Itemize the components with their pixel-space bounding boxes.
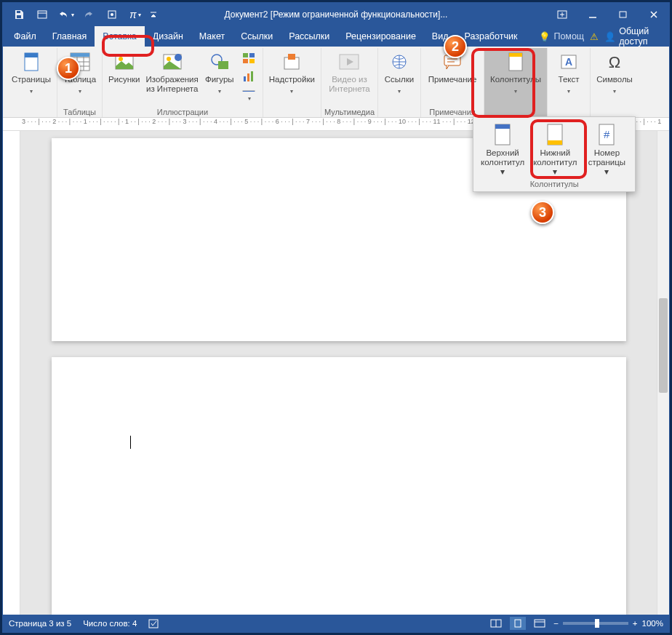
svg-point-14	[167, 57, 171, 61]
window-title: Документ2 [Режим ограниченной функционал…	[225, 9, 448, 20]
svg-rect-22	[244, 76, 246, 81]
footer-doc-icon	[544, 122, 566, 147]
svg-rect-18	[243, 53, 248, 57]
svg-rect-23	[247, 73, 249, 81]
tab-references[interactable]: Ссылки	[233, 26, 281, 47]
zoom-out-button[interactable]: −	[553, 619, 559, 628]
tab-developer[interactable]: Разработчик	[456, 26, 539, 47]
tab-layout[interactable]: Макет	[191, 26, 233, 47]
qat-btn5[interactable]	[100, 4, 124, 25]
zoom-slider-knob[interactable]	[595, 619, 599, 628]
pages-button[interactable]: Страницы▾	[9, 48, 54, 103]
text-cursor	[130, 436, 131, 449]
svg-point-4	[111, 13, 113, 16]
vertical-ruler[interactable]	[3, 131, 20, 615]
qat-btn2[interactable]	[31, 4, 54, 25]
chart-button[interactable]	[238, 69, 260, 87]
svg-rect-19	[249, 53, 255, 57]
addins-icon	[280, 50, 303, 73]
shapes-icon	[208, 50, 231, 73]
footer-option[interactable]: Нижний колонтитул▾	[529, 120, 581, 179]
save-icon[interactable]	[7, 4, 31, 25]
svg-rect-26	[243, 91, 255, 92]
screenshot-icon	[242, 89, 255, 92]
tab-design[interactable]: Дизайн	[145, 26, 191, 47]
minimize-button[interactable]	[577, 3, 608, 26]
word-count[interactable]: Число слов: 4	[83, 619, 137, 628]
page-status[interactable]: Страница 3 из 5	[9, 619, 71, 628]
svg-rect-8	[25, 53, 38, 57]
web-layout-button[interactable]	[532, 617, 548, 630]
print-layout-button[interactable]	[510, 617, 526, 630]
chart-icon	[242, 71, 255, 82]
symbols-button[interactable]: ΩСимволы▾	[593, 48, 636, 103]
pictures-icon	[113, 50, 136, 73]
header-option[interactable]: Верхний колонтитул▾	[476, 120, 529, 179]
tab-insert[interactable]: Вставка	[95, 26, 144, 47]
links-button[interactable]: Ссылки▾	[381, 48, 417, 103]
svg-text:#: #	[604, 128, 610, 140]
text-button[interactable]: AТекст▾	[551, 48, 587, 103]
page[interactable]	[52, 357, 626, 615]
smartart-button[interactable]	[238, 51, 260, 68]
video-icon	[337, 50, 361, 73]
maximize-button[interactable]	[608, 3, 639, 26]
svg-rect-10	[71, 53, 89, 57]
undo-icon[interactable]: ▾	[54, 4, 77, 25]
header-doc-icon	[492, 122, 513, 147]
qat-more[interactable]	[147, 4, 160, 25]
svg-rect-38	[515, 620, 521, 627]
pictures-button[interactable]: Рисунки	[105, 48, 143, 103]
svg-rect-2	[38, 11, 47, 18]
tab-home[interactable]: Главная	[44, 26, 95, 47]
tell-me[interactable]: 💡Помощ	[539, 31, 584, 42]
proofing-icon[interactable]	[148, 618, 160, 628]
svg-rect-21	[249, 59, 255, 63]
share-button[interactable]: 👤Общий доступ	[604, 26, 660, 47]
svg-rect-6	[620, 12, 626, 17]
scrollbar-thumb[interactable]	[659, 298, 668, 393]
svg-rect-28	[288, 54, 295, 60]
svg-point-12	[119, 57, 123, 61]
callout-3: 3	[531, 201, 554, 224]
close-button[interactable]	[639, 3, 669, 26]
read-mode-button[interactable]	[488, 617, 504, 630]
zoom-slider[interactable]	[563, 622, 628, 625]
screenshot-button[interactable]: ▾	[238, 87, 260, 105]
tab-file[interactable]: Файл	[6, 26, 44, 47]
headers-footers-dropdown: Верхний колонтитул▾ Нижний колонтитул▾ #…	[473, 116, 636, 192]
shapes-button[interactable]: Фигуры▾	[201, 48, 238, 103]
person-icon: 👤	[604, 31, 616, 42]
ribbon-options-icon[interactable]	[547, 3, 577, 26]
svg-text:A: A	[565, 56, 572, 68]
document-scroll[interactable]	[20, 131, 657, 615]
svg-rect-43	[548, 140, 562, 145]
ribbon: Страницы▾ Таблица▾ Таблицы Рисунки Изобр…	[3, 47, 669, 118]
textbox-icon: A	[557, 50, 580, 73]
headers-footers-button[interactable]: Колонтитулы▾	[487, 48, 544, 103]
equation-icon[interactable]: π▾	[124, 4, 147, 25]
menu-bar: Файл Главная Вставка Дизайн Макет Ссылки…	[3, 26, 669, 47]
svg-rect-36	[149, 620, 158, 628]
video-button: Видео из Интернета	[326, 48, 372, 103]
callout-1: 1	[57, 57, 80, 80]
omega-icon: Ω	[603, 50, 626, 73]
warning-icon[interactable]: ⚠	[590, 31, 599, 42]
svg-rect-41	[495, 124, 510, 129]
svg-rect-39	[535, 620, 545, 627]
tab-mailings[interactable]: Рассылки	[281, 26, 337, 47]
dropdown-group-label: Колонтитулы	[476, 179, 632, 188]
zoom-in-button[interactable]: +	[633, 619, 638, 628]
online-pictures-button[interactable]: Изображения из Интернета	[143, 48, 201, 103]
callout-2: 2	[444, 35, 467, 58]
zoom-level[interactable]: 100%	[642, 619, 663, 628]
svg-rect-0	[17, 11, 20, 13]
vertical-scrollbar[interactable]	[657, 131, 669, 615]
svg-point-15	[175, 54, 182, 61]
document-area	[3, 131, 669, 615]
page-number-option[interactable]: #Номер страницы▾	[581, 120, 632, 179]
tab-review[interactable]: Рецензирование	[337, 26, 424, 47]
header-footer-icon	[504, 50, 527, 73]
addins-button[interactable]: Надстройки▾	[266, 48, 318, 103]
redo-icon[interactable]	[77, 4, 100, 25]
